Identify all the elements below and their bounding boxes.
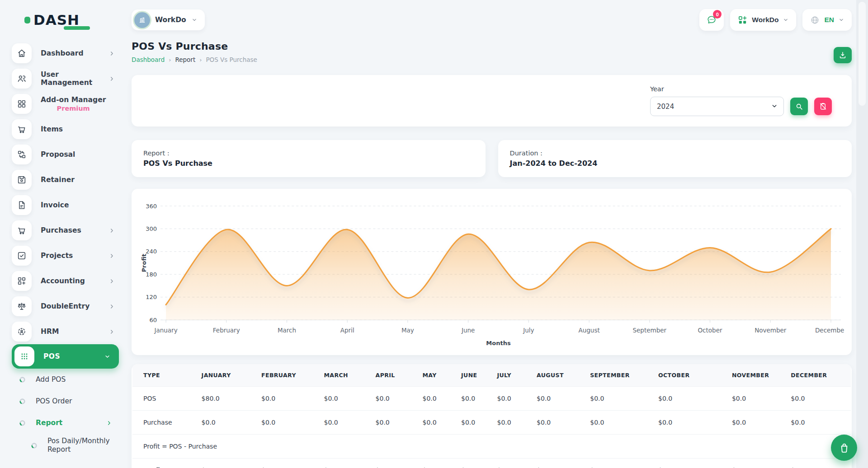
column-header-april: APRIL <box>371 364 418 387</box>
summary-row: Report : POS Vs Purchase Duration : Jan-… <box>132 140 852 177</box>
svg-text:October: October <box>698 327 722 334</box>
file-icon <box>12 195 32 215</box>
chevron-right-icon <box>108 227 115 234</box>
page-header: POS Vs Purchase Dashboard›Report›POS Vs … <box>132 41 852 63</box>
scrollbar-track[interactable] <box>856 0 868 468</box>
column-header-october: OCTOBER <box>654 364 727 387</box>
chevron-right-icon <box>106 420 113 426</box>
language-selector[interactable]: EN <box>802 9 852 31</box>
svg-text:December: December <box>815 327 844 334</box>
chevron-right-icon <box>108 75 115 82</box>
breadcrumb: Dashboard›Report›POS Vs Purchase <box>132 56 257 63</box>
topbar-actions: 0 WorkDo EN <box>699 9 852 31</box>
column-header-march: MARCH <box>320 364 371 387</box>
messages-badge: 0 <box>713 10 722 19</box>
cell-value: $0.0 <box>727 459 786 468</box>
page-heading-block: POS Vs Purchase Dashboard›Report›POS Vs … <box>132 41 257 63</box>
reset-filter-button[interactable] <box>814 98 832 115</box>
main-content: WorkDo 0 Wor <box>129 0 868 468</box>
topbar: WorkDo 0 Wor <box>132 0 852 31</box>
cell-value: $0.0 <box>371 459 418 468</box>
sidebar-item-doubleentry[interactable]: DoubleEntry <box>12 294 129 319</box>
svg-text:February: February <box>213 327 240 334</box>
home-icon <box>12 43 32 63</box>
sidebar-nav: Dashboard User Management Add-on Manager… <box>12 41 129 457</box>
crosshair-icon <box>12 322 32 342</box>
svg-text:January: January <box>154 327 177 334</box>
company-selector[interactable]: WorkDo <box>132 9 205 30</box>
donut-bullet-icon <box>19 376 26 383</box>
search-button[interactable] <box>790 98 808 115</box>
breadcrumb-item-dashboard[interactable]: Dashboard <box>132 56 165 63</box>
premium-badge: Premium <box>57 105 90 112</box>
sidebar-item-projects[interactable]: Projects <box>12 243 129 268</box>
cell-value: $0.0 <box>532 459 585 468</box>
cell-value: $0.0 <box>654 459 727 468</box>
workdo-apps-label: WorkDo <box>752 16 778 24</box>
svg-text:120: 120 <box>146 294 157 300</box>
cell-value: $0.0 <box>320 411 371 435</box>
chevron-down-icon <box>191 17 198 23</box>
download-button[interactable] <box>834 47 852 63</box>
svg-text:September: September <box>633 327 667 334</box>
users-icon <box>12 69 32 89</box>
search-icon <box>795 102 803 111</box>
column-header-january: JANUARY <box>197 364 257 387</box>
pos-fab-button[interactable] <box>831 435 857 461</box>
cell-value: $0.0 <box>418 387 457 411</box>
swap-icon <box>12 145 32 164</box>
cell-value: $0.0 <box>371 387 418 411</box>
svg-text:March: March <box>278 327 296 334</box>
cell-value: $0.0 <box>457 459 492 468</box>
cell-value: $0.0 <box>257 459 320 468</box>
report-label: Report : <box>143 150 474 157</box>
sidebar-item-proposal[interactable]: Proposal <box>12 142 129 167</box>
profit-formula-note: Profit = POS - Purchase <box>132 435 851 459</box>
report-table-card: TYPEJANUARYFEBRUARYMARCHAPRILMAYJUNEJULY… <box>132 364 852 468</box>
sidebar-item-hrm[interactable]: HRM <box>12 319 129 344</box>
report-summary-card: Report : POS Vs Purchase <box>132 140 486 177</box>
cell-value: $0.0 <box>492 387 532 411</box>
breadcrumb-item-report[interactable]: Report <box>175 56 195 63</box>
cell-value: $0.0 <box>492 459 532 468</box>
scrollbar-thumb[interactable] <box>859 2 866 106</box>
sidebar-item-add-on-manager[interactable]: Add-on ManagerPremium <box>12 91 129 117</box>
profit-chart-card: 36030024018012060JanuaryFebruaryMarchApr… <box>132 189 852 355</box>
cell-value: $0.0 <box>457 387 492 411</box>
table-row-pos: POS$80.0$0.0$0.0$0.0$0.0$0.0$0.0$0.0$0.0… <box>132 387 851 411</box>
chevron-down-icon <box>838 17 844 23</box>
brand-logo[interactable]: DASH <box>24 11 129 29</box>
brand-name: DASH <box>33 13 80 27</box>
sidebar-subitem-pos-order[interactable]: POS Order <box>12 390 129 412</box>
sidebar-subitem-report[interactable]: Report <box>12 412 129 434</box>
column-header-december: DECEMBER <box>786 364 851 387</box>
sidebar-item-items[interactable]: Items <box>12 117 129 142</box>
cell-value: $0.0 <box>371 411 418 435</box>
check-square-icon <box>12 246 32 266</box>
column-header-february: FEBRUARY <box>257 364 320 387</box>
cell-value: $0.0 <box>457 411 492 435</box>
sidebar-item-retainer[interactable]: Retainer <box>12 167 129 192</box>
workdo-apps-button[interactable]: WorkDo <box>730 9 796 31</box>
cart-icon <box>12 220 32 240</box>
sidebar-item-accounting[interactable]: Accounting <box>12 268 129 294</box>
duration-value: Jan-2024 to Dec-2024 <box>510 159 840 168</box>
sidebar-item-purchases[interactable]: Purchases <box>12 218 129 243</box>
svg-text:July: July <box>523 327 534 334</box>
column-header-june: JUNE <box>457 364 492 387</box>
chevron-right-icon <box>108 253 115 259</box>
globe-icon <box>810 15 820 25</box>
dots-icon <box>14 346 34 366</box>
svg-text:August: August <box>579 327 600 334</box>
sidebar-item-dashboard[interactable]: Dashboard <box>12 41 129 66</box>
cell-value: $0.0 <box>197 411 257 435</box>
sidebar-item-user-management[interactable]: User Management <box>12 66 129 91</box>
year-select[interactable]: 2024 <box>650 97 784 116</box>
sidebar-item-invoice[interactable]: Invoice <box>12 192 129 218</box>
column-header-may: MAY <box>418 364 457 387</box>
sidebar-item-pos[interactable]: POS <box>12 344 119 369</box>
sidebar-subitem-add-pos[interactable]: Add POS <box>12 369 129 390</box>
sidebar-subitem-pos-daily-monthly-report[interactable]: Pos Daily/Monthly Report <box>12 434 129 457</box>
messages-button[interactable]: 0 <box>699 9 724 31</box>
svg-text:Profit: Profit <box>141 254 147 272</box>
